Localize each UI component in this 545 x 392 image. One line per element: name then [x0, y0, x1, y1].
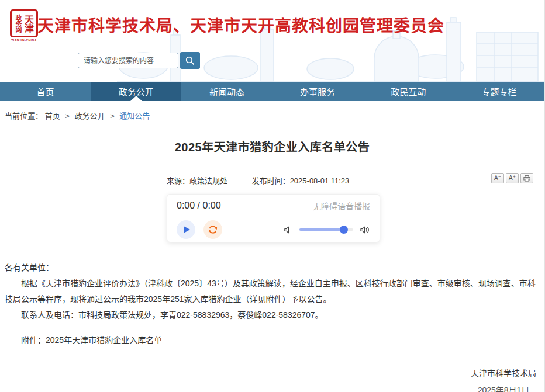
breadcrumb-label: 当前位置：	[5, 112, 43, 120]
nav-item-news[interactable]: 新闻动态	[181, 82, 272, 101]
audio-time: 0:00 / 0:00	[177, 200, 221, 211]
volume-fill	[299, 228, 344, 231]
loop-button[interactable]	[203, 220, 222, 239]
article-paragraph: 联系人及电话：市科技局政策法规处，李青022-58832963，蔡俊峰022-5…	[5, 307, 539, 323]
seal-text-right: 天津	[22, 15, 34, 32]
audio-player-controls	[167, 217, 380, 242]
article: 2025年天津市猎豹企业入库名单公告 来源：政策法规处 发布时间：2025-08…	[0, 138, 544, 392]
font-decrease-button[interactable]: A⁻	[491, 173, 504, 183]
play-icon	[182, 226, 191, 234]
seal-caption: TIANJIN-CHINA	[8, 39, 40, 42]
search-bar	[78, 52, 200, 69]
audio-player-header: 0:00 / 0:00 无障碍语音播报	[167, 195, 380, 217]
volume-loud-icon[interactable]	[360, 226, 370, 234]
nav-item-gov-affairs[interactable]: 政务公开	[91, 82, 181, 101]
page: 政务网 天津 TIANJIN-CHINA 天津市科学技术局、天津市天开高教科创园…	[0, 0, 545, 392]
play-button[interactable]	[177, 220, 195, 239]
seal-text-left: 政务网	[14, 15, 22, 32]
font-increase-button[interactable]: A⁺	[506, 173, 519, 183]
search-input[interactable]	[78, 53, 178, 68]
nav-item-services[interactable]: 办事服务	[272, 82, 363, 101]
volume-quiet-icon[interactable]	[284, 226, 292, 234]
search-button[interactable]	[180, 52, 200, 69]
search-icon	[185, 55, 195, 66]
loop-icon	[207, 224, 219, 235]
breadcrumb-separator: >	[110, 112, 115, 120]
article-paragraph: 各有关单位：	[5, 260, 539, 276]
volume-controls	[284, 226, 370, 234]
attachment-link[interactable]: 附件：2025年天津市猎豹企业入库名单	[5, 332, 539, 348]
breadcrumb-separator: >	[65, 112, 70, 120]
article-meta: 来源：政策法规处 发布时间：2025-08-01 11:23	[167, 175, 349, 186]
nav-item-special-topics[interactable]: 专题专栏	[454, 82, 544, 101]
article-meta-row: 来源：政策法规处 发布时间：2025-08-01 11:23 A⁻ A⁺	[0, 173, 544, 186]
breadcrumb: 当前位置： 首页 > 政务公开 > 通知公告	[5, 110, 544, 121]
printer-icon	[523, 175, 530, 182]
signature-date: 2025年8月1日	[471, 384, 536, 392]
header-watermark-illustration	[0, 0, 544, 82]
breadcrumb-section[interactable]: 政务公开	[75, 112, 105, 120]
seal-emblem: 政务网 天津	[10, 9, 38, 37]
article-body: 各有关单位： 根据《天津市猎豹企业评价办法》（津科政〔2025〕43号）及其政策…	[5, 260, 539, 348]
site-title: 天津市科学技术局、天津市天开高教科创园管理委员会	[37, 13, 444, 36]
volume-slider[interactable]	[299, 228, 353, 231]
main-nav: 首页 政务公开 新闻动态 办事服务 政民互动 专题专栏	[0, 82, 544, 101]
nav-item-home[interactable]: 首页	[0, 82, 91, 101]
breadcrumb-current[interactable]: 通知公告	[119, 112, 150, 120]
volume-thumb[interactable]	[340, 226, 348, 234]
audio-player: 0:00 / 0:00 无障碍语音播报	[167, 194, 380, 242]
article-paragraph: 根据《天津市猎豹企业评价办法》（津科政〔2025〕43号）及其政策解读，经企业自…	[5, 276, 539, 307]
article-tools: A⁻ A⁺	[491, 173, 533, 183]
breadcrumb-home[interactable]: 首页	[45, 112, 60, 120]
site-logo[interactable]: 政务网 天津 TIANJIN-CHINA	[8, 9, 40, 42]
article-publish-time: 发布时间：2025-08-01 11:23	[252, 176, 350, 185]
signature-block: 天津市科学技术局 2025年8月1日	[0, 367, 544, 392]
audio-caption: 无障碍语音播报	[313, 200, 370, 211]
signature-org: 天津市科学技术局	[471, 367, 536, 379]
print-button[interactable]	[520, 173, 533, 183]
page-title: 2025年天津市猎豹企业入库名单公告	[0, 138, 544, 155]
site-header: 政务网 天津 TIANJIN-CHINA 天津市科学技术局、天津市天开高教科创园…	[0, 0, 544, 82]
nav-item-interaction[interactable]: 政民互动	[363, 82, 454, 101]
article-source: 来源：政策法规处	[167, 176, 227, 185]
